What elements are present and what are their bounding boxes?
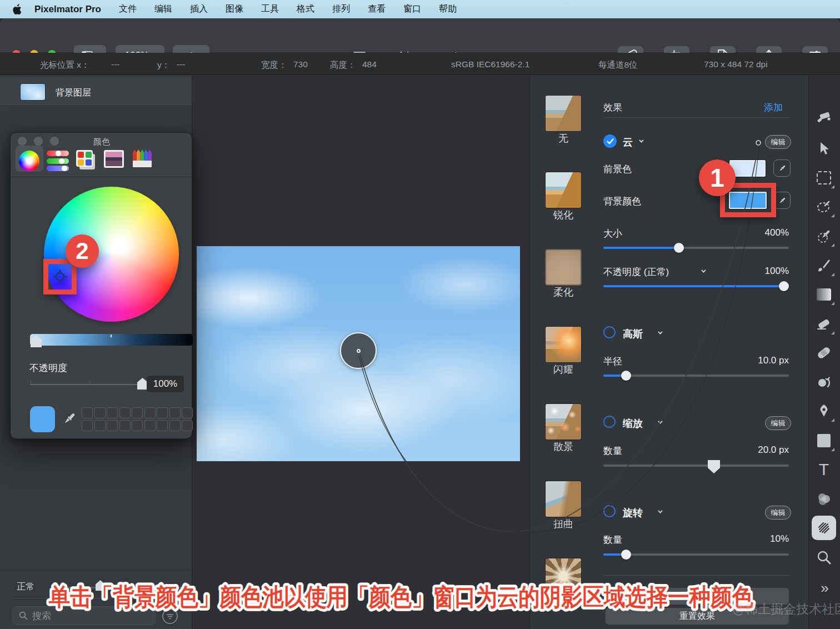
color-wheel[interactable] xyxy=(44,187,179,322)
tool-quick-select[interactable] xyxy=(812,194,836,219)
preset-thumb-sharpen[interactable] xyxy=(546,172,581,208)
checkmark-icon xyxy=(607,138,614,144)
tool-paint[interactable] xyxy=(812,253,836,278)
rotation-amount-slider-thumb[interactable] xyxy=(621,550,631,560)
radius-label: 半径 xyxy=(603,355,622,368)
scale-effect-checkbox[interactable] xyxy=(603,416,616,428)
size-label: 大小 xyxy=(603,227,622,240)
filter-icon xyxy=(162,608,178,625)
layer-filter-button[interactable] xyxy=(162,608,178,625)
blend-opacity-slider-thumb[interactable] xyxy=(779,281,789,291)
foreground-eyedropper-button[interactable] xyxy=(773,159,791,177)
gaussian-effect-checkbox[interactable] xyxy=(603,326,616,338)
rotation-amount-slider[interactable] xyxy=(603,553,789,556)
scale-effect-title: 缩放 xyxy=(623,417,643,430)
tool-erase[interactable] xyxy=(812,312,836,336)
preset-label-soften: 柔化 xyxy=(529,286,598,299)
preset-label-distort: 扭曲 xyxy=(529,517,598,531)
color-palettes-icon[interactable] xyxy=(76,150,93,167)
scale-amount-slider[interactable] xyxy=(603,465,789,467)
add-effect-button[interactable]: 添加 xyxy=(764,101,783,114)
eyedropper-icon xyxy=(778,196,787,205)
tool-gradient[interactable] xyxy=(812,282,836,307)
menu-item-edit[interactable]: 编辑 xyxy=(154,3,172,15)
rotation-amount-label: 数量 xyxy=(603,533,622,546)
preset-label-kaleidoscope: 万花筒 xyxy=(529,595,598,608)
tool-marquee-select[interactable] xyxy=(812,166,836,190)
gaussian-effect-title: 高斯 xyxy=(623,327,643,341)
tool-zoom[interactable] xyxy=(812,545,836,570)
blend-mode-select[interactable]: 正常 xyxy=(17,581,34,593)
pencils-icon[interactable] xyxy=(133,149,152,168)
radius-slider-thumb[interactable] xyxy=(621,371,631,381)
tool-repair[interactable] xyxy=(812,341,836,365)
cursor-y-label: y： xyxy=(157,59,170,71)
preset-thumb-soften[interactable] xyxy=(546,249,581,285)
radius-slider[interactable] xyxy=(603,375,789,377)
tool-color-adjustments[interactable] xyxy=(812,487,836,511)
app-name[interactable]: Pixelmator Pro xyxy=(34,4,101,15)
eyedropper-icon[interactable] xyxy=(62,411,77,426)
cloud-effect-handle[interactable] xyxy=(340,332,377,369)
layer-search-field[interactable]: 搜索 xyxy=(12,606,156,625)
document-dimensions: 730 x 484 72 dpi xyxy=(704,59,768,69)
height-value: 484 xyxy=(362,59,377,69)
layer-row-background[interactable]: 背景图层 xyxy=(0,77,192,106)
effect-handle-center-dot xyxy=(357,349,361,353)
rotation-edit-button[interactable]: 编辑 xyxy=(765,506,791,520)
scale-edit-button[interactable]: 编辑 xyxy=(765,416,791,430)
preset-label-bokeh: 散景 xyxy=(529,440,598,453)
tools-more-button[interactable]: » xyxy=(812,576,836,600)
scale-amount-value: 20.0 px xyxy=(722,445,789,456)
menu-item-window[interactable]: 窗口 xyxy=(403,3,421,15)
tool-rotate[interactable] xyxy=(812,370,836,395)
cursor-x-value: --- xyxy=(111,59,120,69)
menu-item-insert[interactable]: 插入 xyxy=(190,3,208,15)
tool-pen[interactable] xyxy=(812,399,836,423)
menu-item-image[interactable]: 图像 xyxy=(226,3,243,15)
color-sliders-icon[interactable] xyxy=(47,151,69,171)
scale-amount-label: 数量 xyxy=(603,445,622,457)
cloud-edit-button[interactable]: 编辑 xyxy=(765,135,791,149)
effects-header: 效果 xyxy=(603,101,622,114)
size-slider-thumb[interactable] xyxy=(674,243,684,253)
rotation-effect-title: 旋转 xyxy=(623,506,643,520)
tool-color-sample[interactable] xyxy=(812,224,836,248)
preset-thumb-shine[interactable] xyxy=(546,327,581,362)
menu-item-arrange[interactable]: 排列 xyxy=(332,3,350,15)
tool-shape[interactable] xyxy=(812,428,836,453)
menu-item-view[interactable]: 查看 xyxy=(368,3,386,15)
menu-item-help[interactable]: 帮助 xyxy=(439,3,457,15)
preset-thumb-none[interactable] xyxy=(546,96,581,131)
layer-opacity-slider-thumb[interactable] xyxy=(96,580,105,591)
annotation-badge-step1: 1 xyxy=(699,159,736,196)
cloud-effect-checkbox[interactable] xyxy=(603,134,617,148)
apple-menu-icon[interactable] xyxy=(12,4,22,15)
layer-opacity-slider[interactable] xyxy=(64,587,185,588)
tool-type[interactable]: T xyxy=(812,457,836,482)
menu-item-file[interactable]: 文件 xyxy=(119,3,137,15)
image-palettes-icon[interactable] xyxy=(104,150,124,168)
menu-item-tools[interactable]: 工具 xyxy=(261,3,279,15)
colors-window: 颜色 不透明度 100% xyxy=(10,132,192,439)
preset-thumb-bokeh[interactable] xyxy=(546,404,581,440)
opacity-slider[interactable] xyxy=(30,384,153,385)
rotation-effect-checkbox[interactable] xyxy=(603,505,616,517)
menu-item-format[interactable]: 格式 xyxy=(297,3,314,15)
tool-move[interactable] xyxy=(812,137,836,161)
color-wheel-icon[interactable] xyxy=(19,151,39,171)
current-color-swatch[interactable] xyxy=(30,406,55,432)
preset-thumb-kaleidoscope[interactable] xyxy=(546,558,581,594)
preset-thumb-distort[interactable] xyxy=(546,481,581,517)
annotation-badge-step2: 2 xyxy=(66,234,99,268)
info-bar: 光标位置 x： --- y： --- 宽度： 730 高度： 484 sRGB … xyxy=(0,53,840,75)
search-placeholder: 搜索 xyxy=(32,610,51,622)
eyedropper-icon xyxy=(778,164,787,173)
opacity-label: 不透明度 xyxy=(29,362,67,375)
tool-arrange[interactable] xyxy=(812,106,836,131)
preset-label-sharpen: 锐化 xyxy=(529,208,598,222)
width-value: 730 xyxy=(293,59,308,69)
saved-swatches-grid[interactable] xyxy=(82,407,193,431)
tool-effects[interactable] xyxy=(812,516,836,540)
blend-opacity-label[interactable]: 不透明度 (正常) xyxy=(603,266,669,278)
